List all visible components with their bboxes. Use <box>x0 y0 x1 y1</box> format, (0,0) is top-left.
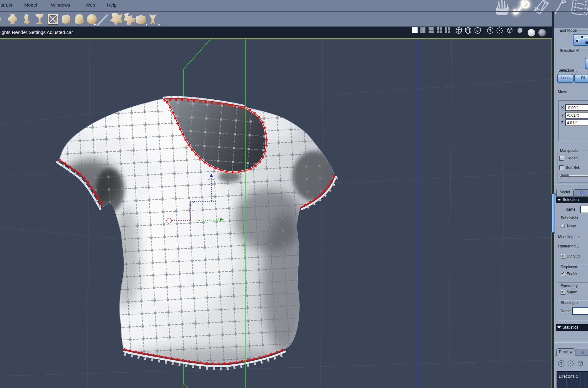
texture-pen-icon[interactable] <box>553 0 567 15</box>
deform-b-tool-icon[interactable] <box>123 13 136 26</box>
shear-tool-icon[interactable] <box>147 14 158 25</box>
selection-section-header[interactable]: Selection <box>556 197 588 203</box>
four-pane-layout-icon[interactable] <box>436 27 443 33</box>
tshirt-mesh-scene <box>0 39 552 388</box>
preview-box: Director's C <box>555 355 588 388</box>
soft-sel-checkbox[interactable] <box>559 165 564 170</box>
viewport-3d[interactable] <box>0 38 552 388</box>
subdivision-none-radio[interactable] <box>561 224 565 228</box>
cube-tool-icon[interactable] <box>61 14 71 25</box>
symmetry-group: Symmetry Symm <box>558 286 588 300</box>
menu-construct[interactable]: struct <box>1 2 12 8</box>
sphere-tool-icon[interactable] <box>86 14 97 25</box>
document-filename: ghts Render Settings Adjusted.car <box>2 30 73 35</box>
selection-mode-group: Selection M <box>557 51 588 70</box>
collapse-triangle-icon <box>557 199 561 201</box>
subdivision-label: Subdivisio <box>560 216 579 220</box>
bend-tool-icon[interactable] <box>21 14 32 25</box>
film-icon[interactable] <box>570 0 588 15</box>
selection-tools-label: Selection T <box>558 68 577 73</box>
tshirt-mesh[interactable] <box>53 91 340 371</box>
dome-tool-icon[interactable] <box>0 14 6 25</box>
ring-button[interactable]: Ri <box>574 74 588 83</box>
deform-a-tool-icon[interactable] <box>110 13 123 26</box>
shading-name-field[interactable] <box>573 308 588 314</box>
l-pane-layout-icon[interactable] <box>445 27 451 33</box>
rendering-level-label: Rendering L <box>558 244 579 248</box>
document-title-bar: ghts Render Settings Adjusted.car <box>0 27 552 38</box>
move-x-field[interactable] <box>566 105 588 111</box>
wireframe-cube-icon[interactable] <box>506 27 513 33</box>
smooth-sphere-icon[interactable] <box>528 29 535 36</box>
pen-line-tool-icon[interactable] <box>96 14 108 26</box>
app-window: struct Model Windows Web Help <box>0 0 588 388</box>
tab-preview[interactable]: Preview <box>556 348 575 356</box>
edit-mode-button[interactable] <box>573 34 588 46</box>
goblet-tool-icon[interactable] <box>34 14 45 25</box>
selection-name-field[interactable] <box>580 206 588 213</box>
enable-checkbox[interactable] <box>561 272 565 276</box>
enable-label: Enable <box>567 272 578 276</box>
symm-checkbox[interactable] <box>561 290 565 295</box>
lathe-tool-icon[interactable] <box>7 14 18 25</box>
menu-help[interactable]: Help <box>107 2 117 8</box>
textured-sphere-icon[interactable] <box>538 29 546 36</box>
panel-section-divider[interactable] <box>554 341 588 343</box>
rotate-free-icon[interactable] <box>496 27 502 33</box>
loop-button[interactable]: Loop <box>557 74 574 83</box>
displacement-label: Displacem <box>560 265 579 269</box>
preview-cube-icon[interactable] <box>577 360 584 367</box>
symm-label: Symm <box>567 290 577 294</box>
statistics-header-label: Statistics <box>563 325 578 330</box>
shading-name-label: Name <box>561 309 571 313</box>
two-pane-layout-icon[interactable] <box>420 27 426 33</box>
move-y-label: Y <box>561 113 564 118</box>
tool-options-box: Edit Mode Selection M <box>555 28 588 184</box>
selection-mode-label: Selection M <box>559 48 580 53</box>
modeling-level-label: Modeling Le <box>558 235 579 239</box>
model-properties-box: Selection Name Subdivisio None Modeling … <box>555 196 588 338</box>
preview-normals-icon[interactable] <box>558 360 565 367</box>
preview-rotate-icon[interactable] <box>567 360 574 367</box>
single-pane-layout-icon[interactable] <box>412 27 418 33</box>
displacement-group: Displacem Enable <box>558 267 588 283</box>
none-label: None <box>567 224 576 228</box>
tool-chest-icon[interactable] <box>136 14 146 25</box>
hidden-checkbox[interactable] <box>559 156 564 161</box>
shading-domains-label: Shading d <box>560 301 579 305</box>
selection-mode-button[interactable] <box>585 58 588 69</box>
soft-sel-slider-thumb[interactable] <box>561 174 569 177</box>
move-y-field[interactable] <box>566 112 588 118</box>
soft-sel-slider[interactable] <box>560 175 588 177</box>
flyout-arrow-icon[interactable] <box>94 23 96 26</box>
three-pane-layout-icon[interactable] <box>428 27 435 33</box>
flyout-arrow-icon[interactable] <box>146 24 148 26</box>
flyout-arrow-icon[interactable] <box>158 24 160 26</box>
bag-tool-icon[interactable] <box>74 14 85 25</box>
shield-wire-icon[interactable] <box>455 27 462 33</box>
soft-sel-label: Soft Sel. <box>566 165 580 170</box>
hidden-label: Hidden <box>566 156 578 160</box>
menu-windows[interactable]: Windows <box>51 2 70 8</box>
move-z-label: Z <box>561 121 563 125</box>
normals-arrow-icon[interactable] <box>487 27 493 33</box>
move-z-field[interactable] <box>566 120 588 126</box>
camera-preview-thumbnail[interactable]: Director's C <box>557 371 588 388</box>
statistics-section-header[interactable]: Statistics <box>556 324 588 331</box>
properties-panel: Edit Mode Selection M <box>554 28 588 388</box>
camera-name-label: Director's C <box>559 374 578 379</box>
loop-button-label: Loop <box>561 76 570 80</box>
uv-sub-checkbox[interactable] <box>561 254 565 259</box>
move-label: Move <box>558 90 567 94</box>
menu-web[interactable]: Web <box>86 2 95 8</box>
shield-dots-icon[interactable] <box>474 27 480 33</box>
selection-name-label: Name <box>565 207 575 212</box>
delete-box-tool-icon[interactable] <box>47 14 58 25</box>
tab-model[interactable]: Model <box>556 189 573 196</box>
flat-cube-icon[interactable] <box>516 27 523 33</box>
menu-model[interactable]: Model <box>24 2 37 8</box>
manipulators-group: Manipulato Hidden Soft Sel. <box>557 151 588 183</box>
shield-grid-icon[interactable] <box>465 27 471 33</box>
shading-domains-group: Shading d Name <box>558 303 588 320</box>
move-box: X Y Z <box>558 100 588 141</box>
